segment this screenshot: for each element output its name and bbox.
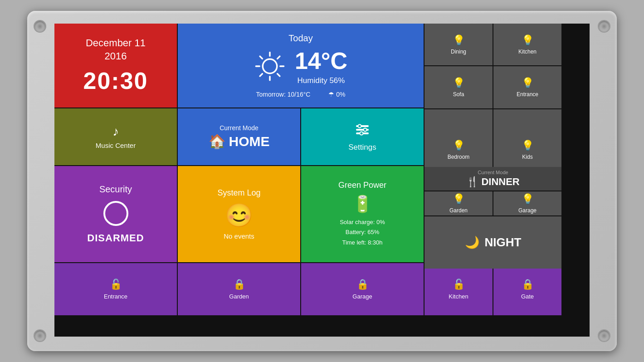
- night-label: NIGHT: [485, 235, 522, 249]
- music-icon: ♪: [112, 124, 119, 139]
- humidity: Humidity 56%: [295, 76, 347, 85]
- temp-humidity: 14°C Humidity 56%: [295, 47, 347, 85]
- home-mode-sub: Current Mode: [220, 124, 259, 132]
- greenpower-info: Solar charge: 0% Battery: 65% Time left:…: [340, 217, 385, 247]
- entrance-light-tile[interactable]: 💡 Entrance: [493, 66, 561, 108]
- dining-tile[interactable]: 💡 Dining: [424, 24, 493, 65]
- svg-point-0: [263, 59, 277, 73]
- security-title: Security: [99, 184, 132, 195]
- entrance-light-tile-icon: 💡: [522, 77, 534, 89]
- battery-icon: 🔋: [352, 195, 373, 214]
- kids-tile-icon: 💡: [522, 140, 534, 152]
- garage-lock-tile[interactable]: 🔒 Garage: [301, 263, 424, 315]
- mount-hole-tr: [598, 20, 610, 33]
- temperature: 14°C: [295, 47, 347, 74]
- greenpower-tile[interactable]: Green Power 🔋 Solar charge: 0% Battery: …: [301, 166, 424, 262]
- sun-icon: [254, 50, 286, 82]
- settings-label: Settings: [348, 143, 376, 152]
- kids-tile-label: Kids: [522, 154, 532, 160]
- security-tile[interactable]: Security DISARMED: [54, 166, 177, 262]
- svg-line-5: [260, 56, 262, 59]
- kitchen-tile[interactable]: 💡 Kitchen: [493, 24, 561, 65]
- sofa-tile[interactable]: 💡 Sofa: [424, 66, 493, 108]
- garage-lock-label: Garage: [352, 293, 372, 300]
- today-label: Today: [288, 33, 312, 44]
- garden-lock-icon: 🔒: [233, 279, 245, 290]
- garden-right-tile[interactable]: 💡Garden: [424, 191, 493, 215]
- weather-tile[interactable]: Today 14°C: [178, 24, 424, 108]
- settings-tile[interactable]: Settings: [301, 108, 424, 165]
- no-events-label: No events: [224, 232, 254, 240]
- dinner-mode-sub: Current Mode: [478, 170, 508, 175]
- moon-icon: 🌙: [465, 235, 479, 249]
- syslog-tile[interactable]: System Log 😊 No events: [178, 166, 300, 262]
- datetime-tile[interactable]: December 112016 20:30: [54, 24, 177, 108]
- settings-icon: [354, 122, 371, 141]
- disarmed-label: DISARMED: [87, 232, 144, 244]
- date-display: December 112016: [86, 37, 146, 63]
- entrance-lock-tile[interactable]: 🔓 Entrance: [54, 263, 177, 315]
- right-panel: 💡 Dining 💡 Kitchen 💡 Sofa 💡 Entrance 💡 B…: [424, 24, 561, 315]
- sofa-tile-icon: 💡: [453, 77, 465, 89]
- dining-tile-icon: 💡: [453, 34, 465, 46]
- dining-tile-label: Dining: [451, 49, 466, 55]
- home-icon: 🏠: [209, 133, 225, 149]
- svg-point-14: [360, 132, 363, 135]
- greenpower-title: Green Power: [338, 181, 386, 190]
- svg-line-7: [278, 56, 280, 59]
- mount-hole-tl: [34, 20, 46, 33]
- garage-right-tile[interactable]: 💡Garage: [493, 191, 561, 215]
- entrance-light-tile-label: Entrance: [517, 91, 538, 98]
- tomorrow-forecast: Tomorrow: 10/16°C ☂ 0%: [256, 91, 345, 98]
- home-mode-value: 🏠 HOME: [209, 133, 270, 149]
- screen: December 112016 20:30 Today: [54, 24, 590, 337]
- mount-hole-br: [598, 329, 610, 342]
- mount-hole-bl: [34, 329, 46, 342]
- entrance-lock-icon: 🔓: [110, 279, 122, 290]
- svg-line-6: [278, 74, 280, 76]
- syslog-title: System Log: [217, 188, 260, 198]
- disarmed-circle: [103, 201, 128, 226]
- home-mode-tile[interactable]: Current Mode 🏠 HOME: [178, 108, 300, 165]
- music-label: Music Center: [96, 142, 136, 149]
- bedroom-tile-label: Bedroom: [448, 154, 470, 160]
- music-tile[interactable]: ♪ Music Center: [54, 108, 177, 165]
- kitchen-tile-label: Kitchen: [518, 49, 537, 55]
- garden-lock-tile[interactable]: 🔒 Garden: [178, 263, 300, 315]
- bedroom-tile-icon: 💡: [453, 140, 465, 152]
- svg-line-8: [260, 74, 262, 76]
- svg-point-13: [364, 128, 367, 132]
- device-frame: December 112016 20:30 Today: [27, 11, 617, 351]
- svg-point-12: [358, 125, 361, 128]
- dinner-mode-val: 🍴 DINNER: [466, 176, 519, 188]
- smiley-icon: 😊: [225, 202, 253, 229]
- sofa-tile-label: Sofa: [453, 91, 464, 98]
- weather-main: 14°C Humidity 56%: [254, 47, 347, 85]
- night-mode-tile[interactable]: 🌙NIGHT: [424, 216, 561, 269]
- time-display: 20:30: [83, 67, 148, 94]
- entrance-lock-label: Entrance: [104, 293, 127, 300]
- garden-lock-label: Garden: [229, 293, 249, 300]
- garage-lock-icon: 🔒: [356, 279, 369, 290]
- kitchen-tile-icon: 💡: [522, 34, 534, 46]
- dinner-mode-tile[interactable]: Current Mode 🍴 DINNER: [424, 167, 561, 191]
